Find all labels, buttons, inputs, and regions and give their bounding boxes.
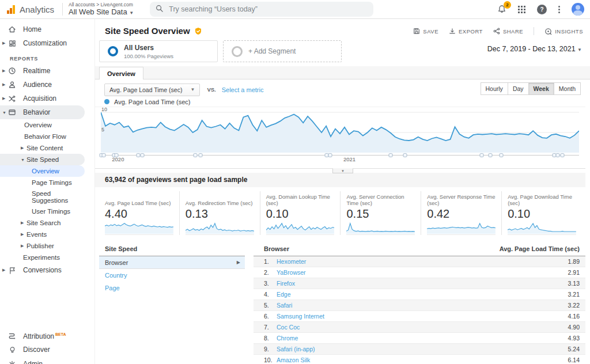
browser-link[interactable]: Hexometer — [277, 258, 306, 265]
expand-caret-icon[interactable]: ▶ — [0, 82, 7, 87]
annotation-marker[interactable] — [479, 153, 483, 157]
annotations-expander[interactable]: ▼ — [332, 168, 353, 173]
annotation-marker[interactable] — [499, 153, 503, 157]
search-bar[interactable] — [150, 2, 373, 17]
expand-caret-icon[interactable]: ▶ — [0, 69, 7, 73]
sidebar-item-behavior-flow[interactable]: Behavior Flow — [0, 131, 94, 142]
expand-caret-icon[interactable]: ▶ — [0, 41, 7, 46]
expand-caret-icon[interactable]: ▶ — [0, 268, 7, 272]
browser-link[interactable]: Edge — [277, 291, 291, 298]
annotation-marker[interactable] — [198, 153, 202, 157]
analytics-logo-icon[interactable] — [7, 5, 16, 14]
sidebar-item-acquisition[interactable]: ▶ Acquisition — [0, 92, 94, 105]
sidebar-item-page-timings[interactable]: Page Timings — [0, 177, 94, 188]
add-segment-button[interactable]: + Add Segment — [223, 40, 342, 62]
sidebar-item-behavior[interactable]: ▼ Behavior — [0, 105, 85, 119]
insights-button[interactable]: INSIGHTS — [544, 28, 583, 35]
expand-caret-icon[interactable]: ▶ — [21, 146, 27, 150]
sidebar-item-home[interactable]: Home — [0, 22, 94, 36]
sidebar-item-conversions[interactable]: ▶ Conversions — [0, 263, 94, 277]
dimension-label[interactable]: Page — [105, 285, 120, 291]
scorecard-sparkline — [105, 221, 173, 235]
more-vert-button[interactable] — [558, 5, 560, 14]
help-button[interactable]: ? — [537, 5, 547, 14]
granularity-day[interactable]: Day — [508, 82, 529, 95]
browser-link[interactable]: Firefox — [277, 280, 295, 287]
expand-caret-icon[interactable]: ▶ — [21, 232, 27, 237]
granularity-week[interactable]: Week — [528, 82, 554, 95]
annotation-marker[interactable] — [403, 153, 407, 157]
expand-caret-icon[interactable]: ▶ — [21, 221, 27, 225]
annotation-marker[interactable] — [556, 153, 560, 157]
sidebar-item-speed-suggestions[interactable]: Speed Suggestions — [0, 188, 94, 206]
annotation-marker[interactable] — [101, 153, 105, 157]
granularity-hourly[interactable]: Hourly — [481, 82, 508, 95]
notifications-button[interactable]: 2 — [497, 5, 506, 14]
annotation-marker[interactable] — [488, 153, 492, 157]
annotation-marker[interactable] — [115, 153, 119, 157]
annotation-marker[interactable] — [560, 153, 564, 157]
dimension-row-page[interactable]: Page — [99, 282, 245, 294]
column-header-load-time[interactable]: Avg. Page Load Time (sec) — [500, 245, 580, 252]
scorecard-0: Avg. Page Load Time (sec)4.40 — [99, 191, 179, 235]
collapse-caret-icon[interactable]: ▼ — [0, 111, 7, 115]
product-name: Analytics — [20, 5, 54, 14]
browser-link[interactable]: Safari — [277, 302, 292, 309]
row-index: 4. — [264, 291, 277, 298]
dimension-row-country[interactable]: Country — [99, 269, 245, 282]
sidebar-item-experiments[interactable]: Experiments — [0, 252, 94, 263]
sidebar-item-customization[interactable]: ▶ Customization — [0, 36, 94, 50]
browser-link[interactable]: Coc Coc — [277, 324, 300, 331]
annotation-marker[interactable] — [136, 153, 140, 157]
collapse-caret-icon[interactable]: ▼ — [21, 158, 27, 162]
chart-plot-area[interactable]: 10 5 — [101, 108, 579, 153]
realtime-icon — [7, 67, 17, 75]
annotation-marker[interactable] — [328, 153, 332, 157]
dimension-label[interactable]: Browser — [105, 259, 128, 266]
sidebar-item-attribution[interactable]: AttributionBETA — [0, 328, 94, 343]
export-button[interactable]: EXPORT — [449, 28, 483, 35]
sidebar-item-publisher[interactable]: ▶ Publisher — [0, 240, 94, 252]
row-index: 5. — [264, 302, 277, 309]
avatar[interactable] — [572, 3, 584, 16]
sidebar-item-site-content[interactable]: ▶ Site Content — [0, 142, 94, 154]
segment-circle-icon — [108, 46, 118, 56]
expand-caret-icon[interactable]: ▶ — [21, 244, 27, 248]
sample-note: 63,942 of pageviews sent page load sampl… — [95, 173, 585, 187]
sidebar-item-discover[interactable]: Discover — [0, 343, 94, 357]
annotation-marker[interactable] — [141, 153, 145, 157]
browser-link[interactable]: Safari (in-app) — [277, 346, 315, 352]
select-metric-link[interactable]: Select a metric — [222, 86, 264, 93]
save-button[interactable]: SAVE — [413, 28, 438, 35]
sidebar-item-site-speed-overview[interactable]: Overview — [0, 165, 85, 177]
account-selector[interactable]: All accounts > LiveAgent.com All Web Sit… — [69, 2, 134, 16]
apps-grid-button[interactable] — [518, 6, 525, 13]
segment-all-users[interactable]: All Users 100.00% Pageviews — [99, 40, 218, 62]
sidebar-item-site-speed[interactable]: ▼ Site Speed — [0, 154, 85, 165]
annotation-marker[interactable] — [388, 153, 392, 157]
sidebar-item-audience[interactable]: ▶ Audience — [0, 78, 94, 92]
sidebar-item-events[interactable]: ▶ Events — [0, 229, 94, 240]
metric-dropdown[interactable]: Avg. Page Load Time (sec) ▼ — [104, 84, 200, 96]
dimension-label[interactable]: Country — [105, 272, 127, 279]
browser-link[interactable]: Amazon Silk — [277, 357, 310, 363]
annotation-marker[interactable] — [194, 153, 198, 157]
browser-link[interactable]: Samsung Internet — [277, 313, 324, 320]
sidebar-item-realtime[interactable]: ▶ Realtime — [0, 64, 94, 78]
tab-overview[interactable]: Overview — [99, 67, 143, 79]
dimension-row-browser[interactable]: Browser▶ — [99, 256, 245, 269]
browser-link[interactable]: YaBrowser — [277, 269, 306, 276]
date-range-selector[interactable]: Dec 7, 2019 - Dec 13, 2021 ▼ — [487, 45, 582, 53]
search-input[interactable] — [169, 5, 368, 13]
dimension-panel-header: Site Speed — [99, 243, 245, 256]
expand-caret-icon[interactable]: ▶ — [0, 96, 7, 101]
granularity-month[interactable]: Month — [554, 82, 581, 95]
sidebar-item-behavior-overview[interactable]: Overview — [0, 119, 94, 131]
column-header-browser[interactable]: Browser — [264, 245, 289, 252]
sidebar-item-site-search[interactable]: ▶ Site Search — [0, 217, 94, 229]
browser-link[interactable]: Chrome — [277, 335, 298, 342]
sidebar-item-user-timings[interactable]: User Timings — [0, 206, 94, 217]
scorecard-value: 0.10 — [266, 207, 335, 221]
sidebar-item-admin[interactable]: Admin — [0, 357, 94, 364]
share-button[interactable]: SHARE — [493, 28, 523, 35]
